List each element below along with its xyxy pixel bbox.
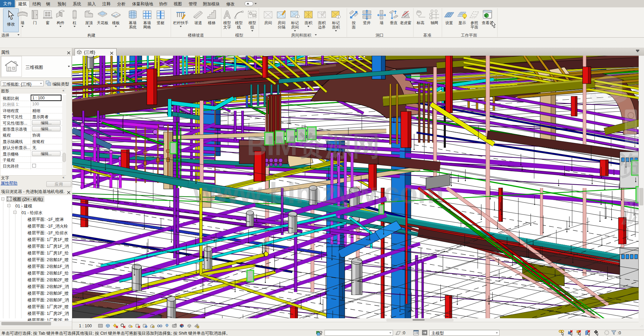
svg-text:源: 源 [620,198,639,227]
svg-text:BIM资源网: BIM资源网 [247,130,380,161]
svg-text:资: 资 [618,151,639,180]
svg-text:1: 1 [297,15,298,18]
svg-text:www.bimzyw.com: www.bimzyw.com [193,176,444,209]
svg-text:-1: -1 [416,10,418,12]
svg-text:1: 1 [338,16,339,18]
